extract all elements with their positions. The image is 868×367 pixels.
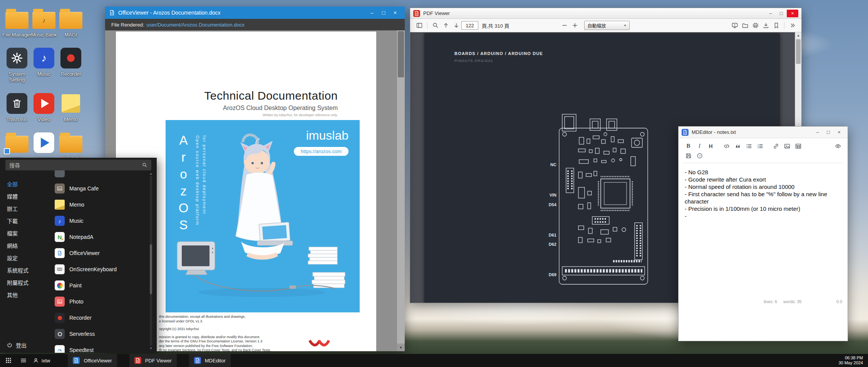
app-item-speedtest[interactable]: Speedtest [52,342,147,353]
category-accessories[interactable]: 附屬程式 [7,277,49,289]
app-list-item-partial[interactable] [52,170,147,180]
zoom-select[interactable]: 自動縮放 ▾ [584,21,630,30]
image-icon[interactable] [782,141,792,151]
category-others[interactable]: 其他 [7,289,49,301]
taskbar-item-mdeditor[interactable]: MDEditor [189,354,231,367]
toggle-sidebar-button[interactable] [414,20,424,31]
quote-icon[interactable] [732,141,743,151]
open-file-button[interactable] [740,20,750,31]
preview-eye-icon[interactable] [833,141,843,151]
zoom-in-button[interactable] [570,20,580,31]
pdf-viewer-titlebar[interactable]: PDF Viewer – □ × [410,8,801,19]
minimize-button[interactable]: – [812,128,823,136]
print-button[interactable] [750,20,761,31]
officeviewer-titlebar[interactable]: OfficeViewer - Arozos Documentation.docx… [105,7,405,19]
presentation-mode-button[interactable] [729,20,740,31]
mdeditor-text-area[interactable]: - No G28 - Gcode rewrite after Cura exor… [679,164,848,299]
bold-icon[interactable]: B [683,141,694,151]
grid-icon [5,357,12,364]
taskbar-item-officeviewer[interactable]: OfficeViewer [68,354,117,367]
license-logo [307,338,332,350]
taskbar-user[interactable]: ixtw [33,358,50,364]
crt-monitor-art [177,242,215,275]
download-button[interactable] [761,20,771,31]
category-download[interactable]: 下載 [7,215,49,227]
minimize-button[interactable]: – [765,10,776,17]
search-input[interactable]: 搜尋 [5,160,151,170]
logout-button[interactable]: 登出 [7,341,49,350]
start-button[interactable] [0,354,17,367]
scroll-up-arrow[interactable]: ▲ [795,32,801,38]
app-list-scrollbar[interactable]: ▴ ▾ [149,171,153,350]
document-subtitle: ArozOS Cloud Desktop Operating System [116,105,338,112]
start-menu: 搜尋 全部 媒體 辦工 下載 檔案 網絡 設定 系統程式 附屬程式 其他 登出 [0,158,157,353]
scroll-down-arrow[interactable]: ▼ [397,344,405,351]
desktop-icon-magi[interactable]: MAGI [55,8,87,38]
category-system[interactable]: 系統程式 [7,264,49,277]
app-item-serverless[interactable]: Serverless [52,326,147,342]
page-number-input[interactable] [461,21,478,30]
menu-button[interactable] [17,354,30,367]
italic-icon[interactable]: I [694,141,705,151]
close-button[interactable]: × [834,128,845,136]
app-item-photo[interactable]: Photo [52,294,147,310]
help-icon[interactable] [694,151,705,160]
category-settings[interactable]: 設定 [7,252,49,264]
category-office[interactable]: 辦工 [7,203,49,215]
app-item-notepada[interactable]: NA NotepadA [52,229,147,245]
desktop-icon-recorder[interactable]: Recorder [55,47,87,77]
app-item-memo[interactable]: Memo [52,197,147,213]
ordered-list-icon[interactable] [755,141,765,151]
app-item-manga-cafe[interactable]: Manga Cafe [52,180,147,197]
table-icon[interactable] [793,141,803,151]
category-all[interactable]: 全部 [7,178,49,190]
document-scrollbar[interactable]: ▼ [397,30,405,351]
search-button[interactable] [430,20,441,31]
editor-line: - [685,212,841,220]
app-item-paint[interactable]: Paint [52,277,147,294]
zoom-out-button[interactable] [560,20,570,31]
scroll-down-arrow[interactable]: ▾ [150,346,152,350]
person-icon [33,358,39,363]
pdf-toolbar: 頁,共 310 頁 自動縮放 ▾ [410,19,801,32]
next-page-button[interactable] [451,20,461,31]
app-item-music[interactable]: ♪ Music [52,213,147,229]
page-count-label: 頁,共 310 頁 [482,22,509,29]
app-item-recorder[interactable]: Recorder [52,310,147,326]
taskbar: ixtw OfficeViewer PDF Viewer MDEditor 06… [0,354,868,367]
scrollbar-thumb[interactable] [150,244,152,294]
taskbar-item-pdf-viewer[interactable]: PDF Viewer [129,354,177,367]
maximize-button[interactable]: □ [823,128,834,136]
paint-palette-icon [55,280,65,290]
search-icon [142,162,147,168]
scrollbar-thumb[interactable] [796,39,801,64]
close-button[interactable]: × [389,8,401,17]
category-files[interactable]: 檔案 [7,227,49,240]
mdeditor-titlebar[interactable]: MDEditor - notes.txt – □ × [679,127,848,138]
close-button[interactable]: × [787,10,798,17]
desktop-icon-memo[interactable]: Memo [55,92,87,122]
editor-line: - Normal speed of rotation is around 100… [685,183,841,190]
previous-page-button[interactable] [441,20,451,31]
link-icon[interactable] [771,141,781,151]
save-icon[interactable] [683,151,694,160]
heading-icon[interactable]: H [705,141,716,151]
maximize-button[interactable]: □ [776,10,787,17]
category-network[interactable]: 網絡 [7,240,49,252]
category-media[interactable]: 媒體 [7,190,49,203]
maximize-button[interactable]: □ [378,8,389,17]
music-note-icon: ♪ [34,48,54,68]
app-item-onscreenkeyboard[interactable]: OnScreenKeyboard [52,261,147,277]
desktop-icon-innovation-factory[interactable]: 創新工場 [55,132,87,162]
more-tools-button[interactable] [787,20,798,31]
scroll-up-arrow[interactable]: ▴ [150,171,152,176]
bookmark-button[interactable] [771,20,781,31]
scrollbar-thumb[interactable] [398,31,404,77]
code-icon[interactable] [721,141,732,151]
desktop-icon-label: File Manager [2,32,32,38]
file-path-link[interactable]: user/Document/Arozos Documentation.docx [146,22,244,28]
app-item-officeviewer[interactable]: OfficeViewer [52,245,147,261]
minimize-button[interactable]: – [366,8,378,17]
unordered-list-icon[interactable] [744,141,754,151]
hamburger-icon [20,357,27,364]
